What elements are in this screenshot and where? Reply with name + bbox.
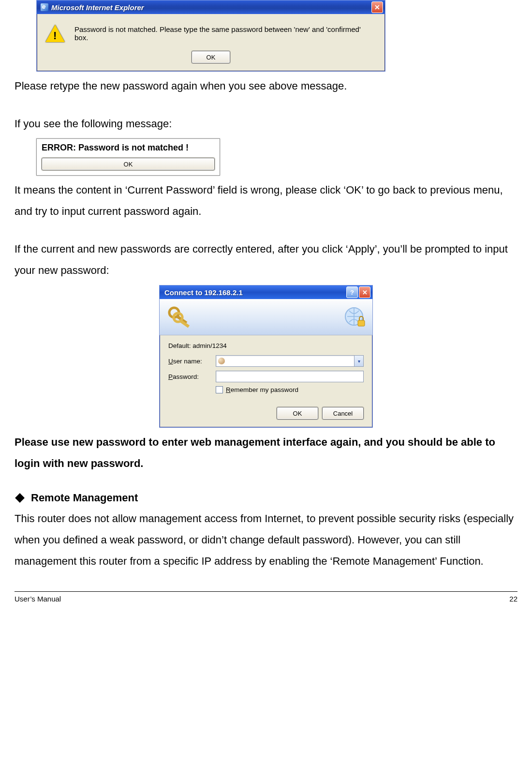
ok-button[interactable]: OK xyxy=(277,407,318,420)
paragraph: If the current and new passwords are cor… xyxy=(15,239,517,281)
globe-lock-icon xyxy=(342,305,368,330)
dialog-titlebar: Microsoft Internet Explorer ✕ xyxy=(37,0,385,14)
username-label: User name: xyxy=(168,358,216,365)
cancel-button-label: Cancel xyxy=(333,410,353,417)
paragraph: Please retype the new password again whe… xyxy=(15,75,517,97)
password-input[interactable] xyxy=(216,371,364,382)
ok-button-label: OK xyxy=(207,54,216,61)
section-title: Remote Management xyxy=(31,492,138,504)
page-number: 22 xyxy=(509,595,517,603)
page-footer: User’s Manual 22 xyxy=(15,591,517,603)
ok-button-label: OK xyxy=(124,161,133,168)
close-icon: ✕ xyxy=(362,289,368,296)
error-title: ERROR: Password is not matched ! xyxy=(42,143,215,153)
paragraph: If you see the following message: xyxy=(15,113,517,135)
dialog-message: Password is not matched. Please type the… xyxy=(74,25,376,42)
dialog-titlebar: Connect to 192.168.2.1 ? ✕ xyxy=(160,285,372,299)
chevron-down-icon: ▾ xyxy=(358,359,360,364)
ok-button[interactable]: OK xyxy=(192,51,230,63)
username-input[interactable]: ▾ xyxy=(216,355,364,367)
warning-icon xyxy=(45,25,65,42)
close-icon: ✕ xyxy=(374,3,380,11)
footer-title: User’s Manual xyxy=(15,595,61,603)
help-button[interactable]: ? xyxy=(346,286,358,298)
checkbox-box xyxy=(216,386,223,393)
ie-icon xyxy=(41,3,48,11)
dialog-body: Password is not matched. Please type the… xyxy=(37,14,385,51)
auth-dialog: Connect to 192.168.2.1 ? ✕ Def xyxy=(159,285,373,428)
ie-alert-dialog: Microsoft Internet Explorer ✕ Password i… xyxy=(36,0,385,72)
close-button[interactable]: ✕ xyxy=(359,286,370,298)
paragraph-bold: Please use new password to enter web man… xyxy=(15,432,517,474)
dialog-title: Connect to 192.168.2.1 xyxy=(164,288,345,297)
password-label: Password: xyxy=(168,373,216,380)
default-credentials: Default: admin/1234 xyxy=(168,342,364,349)
auth-form: Default: admin/1234 User name: ▾ Passwor… xyxy=(160,335,372,427)
remember-label: Remember my password xyxy=(226,386,298,393)
ok-button-label: OK xyxy=(293,410,302,417)
remember-checkbox[interactable]: Remember my password xyxy=(216,386,364,393)
user-icon xyxy=(218,358,225,364)
close-button[interactable]: ✕ xyxy=(371,1,383,13)
error-dialog: ERROR: Password is not matched ! OK xyxy=(36,138,220,176)
keys-icon xyxy=(165,305,192,330)
paragraph: This router does not allow management ac… xyxy=(15,508,517,572)
svg-rect-5 xyxy=(358,320,365,326)
bullet-diamond-icon xyxy=(15,493,25,503)
ok-button[interactable]: OK xyxy=(42,158,215,170)
dropdown-button[interactable]: ▾ xyxy=(354,356,363,366)
cancel-button[interactable]: Cancel xyxy=(322,407,364,420)
paragraph: It means the content in ‘Current Passwor… xyxy=(15,180,517,222)
dialog-banner xyxy=(160,299,372,335)
dialog-title: Microsoft Internet Explorer xyxy=(51,3,371,12)
help-icon: ? xyxy=(350,289,354,296)
section-heading: Remote Management xyxy=(15,492,517,504)
